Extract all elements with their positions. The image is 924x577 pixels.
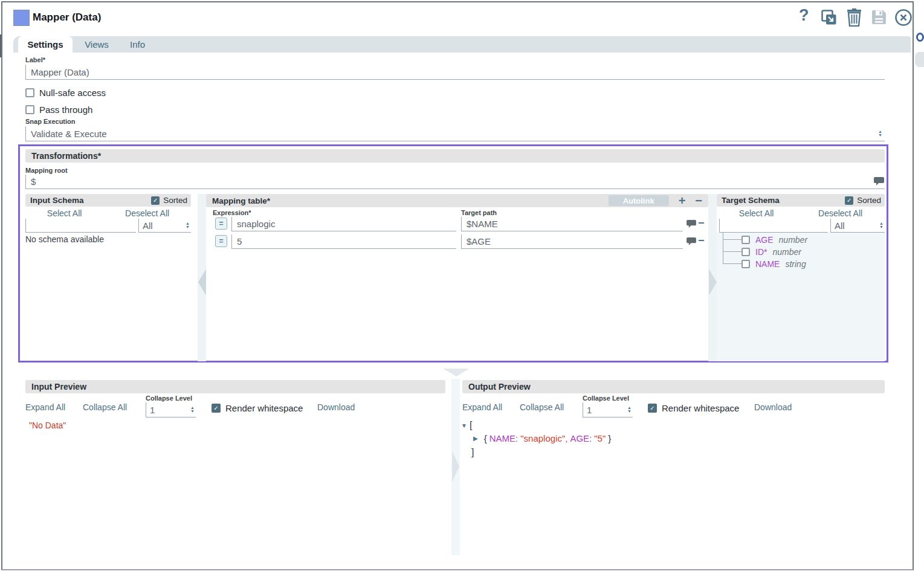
target-path-input-row1[interactable]: $NAME — [461, 217, 683, 231]
background-window-fragment-right-bar — [915, 52, 924, 67]
input-schema-type-select[interactable]: All ▲▼ — [138, 219, 191, 233]
input-preview-collapse-all-link[interactable]: Collapse All — [83, 402, 127, 412]
expand-object-icon[interactable]: ▶ — [473, 435, 478, 442]
target-schema-links: Select All Deselect All — [717, 208, 885, 219]
output-preview-collapse-level-stepper[interactable]: 1 ▲▼ — [583, 402, 633, 417]
output-preview-download-link[interactable]: Download — [754, 402, 792, 412]
tree-branch-line — [723, 251, 741, 252]
target-field-id-type: number — [772, 247, 801, 257]
pass-through-row: Pass through — [25, 105, 92, 115]
input-schema-filter-input[interactable] — [25, 219, 136, 233]
row1-remove-icon[interactable]: − — [698, 217, 705, 230]
background-window-fragment-right-icon — [916, 33, 924, 42]
null-safe-access-label: Null-safe access — [39, 88, 106, 98]
remove-rows-icon[interactable]: − — [695, 195, 702, 206]
target-field-name-checkbox[interactable] — [741, 260, 750, 268]
snap-execution-select[interactable]: Validate & Execute ▲▼ — [25, 126, 885, 141]
expression-input-row1[interactable]: snaplogic — [231, 217, 456, 231]
expression-value-row1: snaplogic — [237, 219, 275, 229]
target-schema-type-select[interactable]: All ▲▼ — [830, 219, 885, 233]
target-schema-sorted-checkbox[interactable]: ✓ — [845, 196, 853, 205]
expression-input-row2[interactable]: 5 — [231, 234, 456, 249]
target-schema-body: AGE number ID* number NAME string — [717, 233, 885, 361]
target-schema-select-all-link[interactable]: Select All — [739, 208, 774, 218]
collapse-array-icon[interactable]: ▼ — [461, 422, 467, 429]
save-icon[interactable] — [871, 9, 887, 25]
json-object-close: } — [608, 433, 611, 443]
target-path-value-row1: $NAME — [467, 219, 498, 229]
target-field-age-checkbox[interactable] — [741, 236, 750, 244]
preview-divider-chevron-icon[interactable] — [452, 451, 459, 482]
tree-branch-line — [723, 239, 741, 240]
input-preview-collapse-level-stepper[interactable]: 1 ▲▼ — [146, 402, 196, 417]
target-schema-deselect-all-link[interactable]: Deselect All — [818, 208, 862, 218]
close-icon[interactable] — [894, 8, 913, 27]
snap-execution-value: Validate & Execute — [31, 129, 878, 139]
input-schema-deselect-all-link[interactable]: Deselect All — [125, 208, 169, 218]
output-preview-render-whitespace-checkbox[interactable]: ✓ — [648, 404, 657, 413]
row2-comment-icon[interactable] — [687, 237, 696, 246]
input-preview-download-link[interactable]: Download — [317, 402, 355, 412]
autolink-button[interactable]: Autolink — [609, 195, 669, 206]
input-preview-collapse-level-spinner-icon[interactable]: ▲▼ — [190, 406, 195, 413]
target-schema-title: Target Schema — [722, 196, 780, 205]
collapse-left-icon[interactable] — [198, 269, 206, 295]
output-preview-render-whitespace-label: Render whitespace — [662, 403, 739, 413]
json-array-open: [ — [470, 420, 472, 431]
input-schema-links: Select All Deselect All — [25, 208, 191, 219]
output-preview-expand-all-link[interactable]: Expand All — [462, 402, 502, 412]
row1-comment-icon[interactable] — [687, 220, 696, 228]
null-safe-access-row: Null-safe access — [25, 88, 106, 98]
input-preview-collapse-level-value: 1 — [150, 405, 190, 415]
row2-remove-icon[interactable]: − — [698, 234, 705, 247]
target-schema-type-spinner-icon[interactable]: ▲▼ — [879, 222, 884, 229]
tab-views[interactable]: Views — [73, 36, 121, 53]
pass-through-checkbox[interactable] — [25, 105, 34, 114]
json-value-age: "5" — [594, 433, 606, 443]
tab-info[interactable]: Info — [121, 36, 154, 53]
output-preview-header: Output Preview — [462, 380, 885, 393]
target-path-input-row2[interactable]: $AGE — [461, 234, 683, 249]
input-preview-expand-all-link[interactable]: Expand All — [25, 402, 65, 412]
target-field-age: AGE number — [741, 235, 807, 245]
target-path-column-header: Target path — [461, 209, 497, 216]
json-array-row: ▼ [ — [461, 420, 472, 431]
null-safe-access-checkbox[interactable] — [25, 88, 34, 97]
mapping-root-field[interactable]: $ — [25, 175, 885, 189]
label-field-label: Label* — [25, 56, 45, 63]
output-preview-render-whitespace-row: ✓ Render whitespace — [648, 403, 739, 413]
output-preview-collapse-level-spinner-icon[interactable]: ▲▼ — [627, 406, 632, 413]
screen: Mapper (Data) ? Settings — [0, 0, 924, 577]
target-field-id-name: ID* — [755, 247, 767, 257]
target-field-age-name: AGE — [755, 235, 774, 245]
transformations-title: Transformations* — [31, 151, 101, 161]
tab-views-label: Views — [85, 39, 109, 50]
snap-execution-spinner-icon[interactable]: ▲▼ — [878, 130, 882, 137]
tab-settings[interactable]: Settings — [18, 36, 73, 53]
collapse-right-icon[interactable] — [709, 269, 717, 295]
output-preview-collapse-all-link[interactable]: Collapse All — [520, 402, 564, 412]
expression-toggle-row1[interactable]: = — [215, 218, 227, 230]
export-pipeline-icon[interactable] — [821, 9, 838, 26]
input-preview-render-whitespace-checkbox[interactable]: ✓ — [212, 404, 221, 413]
mapping-root-comment-icon[interactable] — [874, 177, 884, 186]
json-object-open: { — [484, 433, 487, 443]
input-schema-type-spinner-icon[interactable]: ▲▼ — [186, 222, 190, 229]
tree-branch-line — [723, 263, 741, 264]
input-schema-select-all-link[interactable]: Select All — [47, 208, 82, 218]
transformations-header: Transformations* — [25, 149, 885, 163]
output-preview-collapse-level-label: Collapse Level — [583, 395, 629, 402]
input-preview-collapse-level-label: Collapse Level — [146, 395, 192, 402]
preview-resize-handle-icon[interactable] — [443, 369, 470, 376]
expression-value-row2: 5 — [237, 236, 242, 247]
expression-toggle-row2[interactable]: = — [215, 235, 227, 247]
help-icon[interactable]: ? — [799, 6, 809, 25]
target-schema-filter-input[interactable] — [719, 219, 828, 233]
delete-snap-icon[interactable] — [846, 8, 862, 27]
target-schema-sorted-label: Sorted — [857, 196, 881, 205]
label-field[interactable]: Mapper (Data) — [25, 65, 885, 80]
target-field-id-checkbox[interactable] — [741, 248, 750, 256]
json-value-name: "snaplogic", — [520, 433, 567, 443]
add-row-icon[interactable]: + — [679, 195, 686, 206]
input-schema-sorted-checkbox[interactable]: ✓ — [151, 196, 160, 205]
